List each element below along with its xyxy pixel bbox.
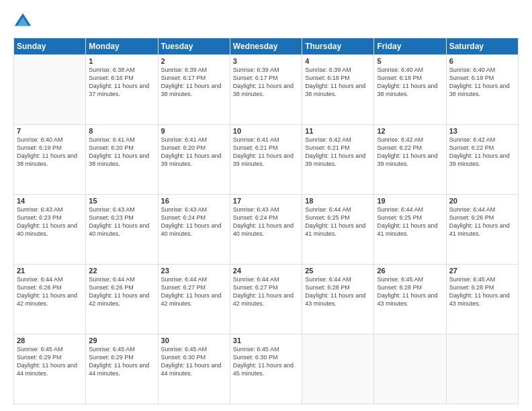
day-number: 21	[17, 267, 83, 275]
cell-details: Sunrise: 6:45 AMSunset: 6:28 PMDaylight:…	[449, 275, 515, 308]
cell-details: Sunrise: 6:40 AMSunset: 6:19 PMDaylight:…	[449, 66, 515, 99]
day-number: 26	[377, 267, 443, 275]
calendar-cell: 17Sunrise: 6:43 AMSunset: 6:24 PMDayligh…	[230, 195, 302, 265]
cell-details: Sunrise: 6:43 AMSunset: 6:23 PMDaylight:…	[89, 205, 154, 238]
cell-details: Sunrise: 6:39 AMSunset: 6:17 PMDaylight:…	[233, 66, 299, 99]
cell-details: Sunrise: 6:45 AMSunset: 6:30 PMDaylight:…	[161, 345, 227, 378]
day-number: 7	[17, 127, 83, 135]
calendar-row-4: 28Sunrise: 6:45 AMSunset: 6:29 PMDayligh…	[14, 334, 519, 404]
cell-details: Sunrise: 6:45 AMSunset: 6:28 PMDaylight:…	[377, 275, 443, 308]
day-number: 22	[89, 267, 154, 275]
calendar-cell: 4Sunrise: 6:39 AMSunset: 6:18 PMDaylight…	[302, 55, 374, 125]
calendar-cell: 10Sunrise: 6:41 AMSunset: 6:21 PMDayligh…	[230, 125, 302, 195]
calendar-cell: 16Sunrise: 6:43 AMSunset: 6:24 PMDayligh…	[158, 195, 230, 265]
cell-details: Sunrise: 6:45 AMSunset: 6:30 PMDaylight:…	[233, 345, 299, 378]
calendar-cell: 9Sunrise: 6:41 AMSunset: 6:20 PMDaylight…	[158, 125, 230, 195]
calendar-row-1: 7Sunrise: 6:40 AMSunset: 6:19 PMDaylight…	[14, 125, 519, 195]
cell-details: Sunrise: 6:43 AMSunset: 6:23 PMDaylight:…	[17, 205, 83, 238]
day-number: 23	[161, 267, 227, 275]
cell-details: Sunrise: 6:44 AMSunset: 6:27 PMDaylight:…	[233, 275, 299, 308]
day-number: 16	[161, 197, 227, 205]
calendar-row-2: 14Sunrise: 6:43 AMSunset: 6:23 PMDayligh…	[14, 195, 519, 265]
calendar-table: SundayMondayTuesdayWednesdayThursdayFrid…	[13, 38, 519, 404]
calendar-header-row: SundayMondayTuesdayWednesdayThursdayFrid…	[14, 38, 519, 55]
day-number: 27	[449, 267, 515, 275]
calendar-cell: 23Sunrise: 6:44 AMSunset: 6:27 PMDayligh…	[158, 265, 230, 334]
calendar-cell	[14, 55, 86, 125]
calendar-cell: 21Sunrise: 6:44 AMSunset: 6:26 PMDayligh…	[14, 265, 86, 334]
day-number: 1	[89, 57, 154, 65]
calendar-row-0: 1Sunrise: 6:38 AMSunset: 6:16 PMDaylight…	[14, 55, 519, 125]
calendar-cell: 19Sunrise: 6:44 AMSunset: 6:25 PMDayligh…	[374, 195, 446, 265]
calendar-cell: 29Sunrise: 6:45 AMSunset: 6:29 PMDayligh…	[86, 334, 158, 404]
calendar-cell: 13Sunrise: 6:42 AMSunset: 6:22 PMDayligh…	[446, 125, 518, 195]
calendar-cell: 30Sunrise: 6:45 AMSunset: 6:30 PMDayligh…	[158, 334, 230, 404]
day-number: 14	[17, 197, 83, 205]
cell-details: Sunrise: 6:44 AMSunset: 6:26 PMDaylight:…	[17, 275, 83, 308]
calendar-cell: 7Sunrise: 6:40 AMSunset: 6:19 PMDaylight…	[14, 125, 86, 195]
day-number: 13	[449, 127, 515, 135]
day-number: 25	[305, 267, 371, 275]
day-number: 2	[161, 57, 227, 65]
cell-details: Sunrise: 6:40 AMSunset: 6:18 PMDaylight:…	[377, 66, 443, 99]
calendar-cell: 18Sunrise: 6:44 AMSunset: 6:25 PMDayligh…	[302, 195, 374, 265]
calendar-cell: 5Sunrise: 6:40 AMSunset: 6:18 PMDaylight…	[374, 55, 446, 125]
calendar-cell: 6Sunrise: 6:40 AMSunset: 6:19 PMDaylight…	[446, 55, 518, 125]
cell-details: Sunrise: 6:42 AMSunset: 6:22 PMDaylight:…	[449, 136, 515, 169]
cell-details: Sunrise: 6:44 AMSunset: 6:27 PMDaylight:…	[161, 275, 227, 308]
calendar-header-thursday: Thursday	[302, 38, 374, 55]
header	[13, 12, 519, 31]
day-number: 9	[161, 127, 227, 135]
calendar-cell: 26Sunrise: 6:45 AMSunset: 6:28 PMDayligh…	[374, 265, 446, 334]
calendar-header-wednesday: Wednesday	[230, 38, 302, 55]
day-number: 30	[161, 336, 227, 345]
day-number: 18	[305, 197, 371, 205]
calendar-cell: 3Sunrise: 6:39 AMSunset: 6:17 PMDaylight…	[230, 55, 302, 125]
calendar-cell: 11Sunrise: 6:42 AMSunset: 6:21 PMDayligh…	[302, 125, 374, 195]
day-number: 10	[233, 127, 299, 135]
cell-details: Sunrise: 6:45 AMSunset: 6:29 PMDaylight:…	[17, 345, 83, 378]
calendar-cell	[446, 334, 518, 404]
calendar-cell: 1Sunrise: 6:38 AMSunset: 6:16 PMDaylight…	[86, 55, 158, 125]
calendar-header-friday: Friday	[374, 38, 446, 55]
cell-details: Sunrise: 6:43 AMSunset: 6:24 PMDaylight:…	[233, 205, 299, 238]
cell-details: Sunrise: 6:39 AMSunset: 6:17 PMDaylight:…	[161, 66, 227, 99]
calendar-cell	[374, 334, 446, 404]
cell-details: Sunrise: 6:44 AMSunset: 6:26 PMDaylight:…	[89, 275, 154, 308]
day-number: 3	[233, 57, 299, 65]
calendar-cell: 25Sunrise: 6:44 AMSunset: 6:28 PMDayligh…	[302, 265, 374, 334]
day-number: 29	[89, 336, 154, 345]
calendar-cell: 24Sunrise: 6:44 AMSunset: 6:27 PMDayligh…	[230, 265, 302, 334]
calendar-cell: 12Sunrise: 6:42 AMSunset: 6:22 PMDayligh…	[374, 125, 446, 195]
cell-details: Sunrise: 6:45 AMSunset: 6:29 PMDaylight:…	[89, 345, 154, 378]
calendar-cell: 22Sunrise: 6:44 AMSunset: 6:26 PMDayligh…	[86, 265, 158, 334]
logo	[13, 12, 35, 31]
calendar-cell: 28Sunrise: 6:45 AMSunset: 6:29 PMDayligh…	[14, 334, 86, 404]
cell-details: Sunrise: 6:44 AMSunset: 6:25 PMDaylight:…	[377, 205, 443, 238]
calendar-header-saturday: Saturday	[446, 38, 518, 55]
day-number: 6	[449, 57, 515, 65]
cell-details: Sunrise: 6:41 AMSunset: 6:21 PMDaylight:…	[233, 136, 299, 169]
day-number: 5	[377, 57, 443, 65]
calendar-header-sunday: Sunday	[14, 38, 86, 55]
cell-details: Sunrise: 6:42 AMSunset: 6:22 PMDaylight:…	[377, 136, 443, 169]
cell-details: Sunrise: 6:44 AMSunset: 6:28 PMDaylight:…	[305, 275, 371, 308]
day-number: 17	[233, 197, 299, 205]
day-number: 31	[233, 336, 299, 345]
day-number: 28	[17, 336, 83, 345]
cell-details: Sunrise: 6:44 AMSunset: 6:26 PMDaylight:…	[449, 205, 515, 238]
calendar-cell: 2Sunrise: 6:39 AMSunset: 6:17 PMDaylight…	[158, 55, 230, 125]
day-number: 12	[377, 127, 443, 135]
calendar-cell	[302, 334, 374, 404]
day-number: 4	[305, 57, 371, 65]
cell-details: Sunrise: 6:42 AMSunset: 6:21 PMDaylight:…	[305, 136, 371, 169]
calendar-cell: 14Sunrise: 6:43 AMSunset: 6:23 PMDayligh…	[14, 195, 86, 265]
logo-icon	[13, 12, 32, 31]
cell-details: Sunrise: 6:44 AMSunset: 6:25 PMDaylight:…	[305, 205, 371, 238]
calendar-cell: 31Sunrise: 6:45 AMSunset: 6:30 PMDayligh…	[230, 334, 302, 404]
day-number: 20	[449, 197, 515, 205]
day-number: 15	[89, 197, 154, 205]
page: SundayMondayTuesdayWednesdayThursdayFrid…	[0, 0, 532, 411]
calendar-row-3: 21Sunrise: 6:44 AMSunset: 6:26 PMDayligh…	[14, 265, 519, 334]
cell-details: Sunrise: 6:40 AMSunset: 6:19 PMDaylight:…	[17, 136, 83, 169]
